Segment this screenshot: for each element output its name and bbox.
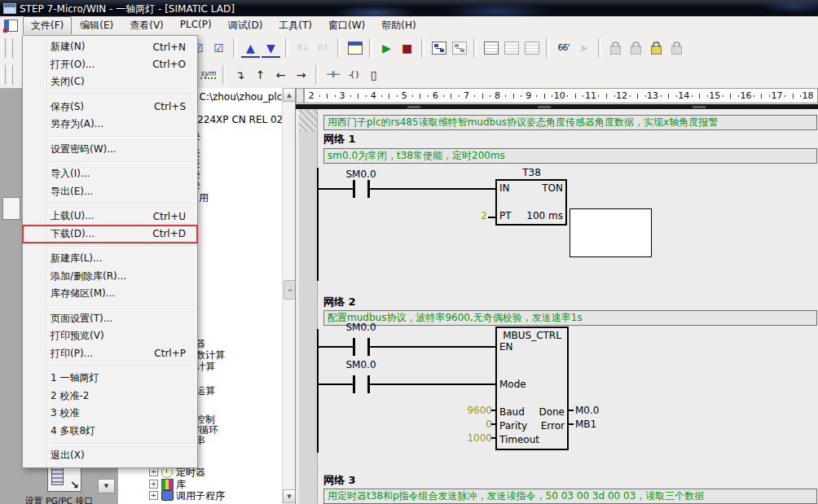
file-menu-item-import[interactable]: 导入(I)...	[23, 165, 197, 183]
timer-operand[interactable]: T38	[513, 167, 550, 178]
parity-value[interactable]: 0	[461, 419, 492, 430]
baud-value[interactable]: 9600	[461, 405, 492, 416]
tree-expand-box[interactable]: +	[149, 480, 158, 489]
timeout-value[interactable]: 1000	[461, 432, 492, 444]
chart-status-icon[interactable]	[482, 38, 500, 58]
lock-gold-icon[interactable]	[647, 38, 666, 58]
toolbar-drag-handle[interactable]	[2, 65, 6, 85]
toolbar-drag-handle[interactable]	[9, 65, 13, 85]
bookmark-glasses-icon[interactable]: 66'	[554, 38, 573, 58]
stop-icon[interactable]: ■	[398, 38, 416, 58]
sort-descending-icon[interactable]: 8↑	[314, 38, 332, 58]
menubar-item-view[interactable]: 查看(V)	[121, 16, 172, 35]
run-icon[interactable]: ▶	[377, 38, 396, 58]
program-status-pause-icon[interactable]	[450, 38, 468, 58]
contact-bar[interactable]	[353, 180, 355, 198]
file-menu-item-export[interactable]: 导出(E)...	[23, 183, 197, 201]
file-menu-item-save-as[interactable]: 另存为(A)...	[23, 116, 197, 134]
network-down-icon[interactable]: ↴	[231, 65, 249, 85]
done-operand[interactable]: M0.0	[575, 405, 608, 416]
contact-operand[interactable]: SM0.0	[345, 359, 377, 370]
wire	[319, 188, 353, 190]
selection-cursor-box[interactable]	[570, 208, 652, 257]
header-bar-mark	[538, 106, 551, 108]
wire	[319, 383, 353, 385]
coil-icon[interactable]: -( )	[344, 65, 363, 85]
file-menu-item-recent-1[interactable]: 1 一轴两灯	[23, 370, 197, 388]
chart-pause-icon[interactable]	[502, 38, 521, 58]
program-comment[interactable]: 用西门子plc的rs485读取维特智mudbus协议姿态角度传感器角度数据，实现…	[323, 115, 817, 130]
file-menu-item-add-remove-lib[interactable]: 添加/删除库(R)...	[23, 268, 197, 286]
pointer-icon[interactable]: ➤	[574, 38, 593, 58]
file-menu-item-page-setup[interactable]: 页面设置(T)...	[23, 310, 197, 328]
network-3-title[interactable]: 网络 3	[323, 473, 356, 488]
contact-operand[interactable]: SM0.0	[345, 322, 377, 333]
toolbar-drag-handle[interactable]	[9, 38, 13, 58]
file-menu-item-download[interactable]: 下载(D)...Ctrl+D	[23, 226, 197, 243]
menubar-item-debug[interactable]: 调试(D)	[220, 16, 271, 35]
menu-item-label: 另存为(A)...	[51, 117, 103, 131]
file-menu-item-close[interactable]: 关闭(C)	[23, 73, 197, 91]
box-timebase-label: 100 ms	[526, 210, 563, 221]
box-icon[interactable]: ▯	[364, 65, 383, 85]
line-right-icon[interactable]: →	[292, 65, 310, 85]
symbol-sym-icon[interactable]: sym	[199, 65, 218, 85]
pt-value[interactable]: 2	[476, 210, 487, 221]
file-menu-item-print[interactable]: 打印(P)...Ctrl+P	[23, 345, 197, 363]
file-menu-item-set-password[interactable]: 设置密码(W)...	[23, 141, 197, 159]
file-menu-item-recent-4[interactable]: 4 多联8灯	[23, 423, 197, 440]
lock-open-icon[interactable]	[627, 38, 645, 58]
menubar-item-window[interactable]: 窗口(W)	[320, 16, 373, 35]
file-menu-item-recent-2[interactable]: 2 校准-2	[23, 388, 197, 405]
contact-icon[interactable]: ⊣⊢	[323, 65, 342, 85]
network-1-comment[interactable]: sm0.0为常闭，t38常使能，定时200ms	[323, 148, 817, 164]
error-operand[interactable]: MB1	[575, 419, 608, 430]
file-menu-item-upload[interactable]: 上载(U)...Ctrl+U	[23, 208, 197, 226]
network-3-comment[interactable]: 用定时器t38和p指令组合发送脉冲，发送读指令，50 03 00 3d 00 0…	[323, 489, 817, 504]
menubar-item-help[interactable]: 帮助(H)	[373, 16, 424, 35]
menu-item-shortcut: Ctrl+D	[152, 228, 186, 239]
tree-scrollbar[interactable]: ▲ ≡ ▼	[282, 88, 296, 504]
sort-ascending-icon[interactable]: 8↓	[293, 38, 312, 58]
tree-item[interactable]: 调用子程序	[176, 489, 225, 503]
lock-partial-icon[interactable]	[667, 38, 686, 58]
file-menu-item-library-memory[interactable]: 库存储区(M)...	[23, 285, 197, 303]
program-status-icon[interactable]	[429, 38, 448, 58]
network-2-comment[interactable]: 配置mudbus协议，波特率9600,无奇偶校验，发送速率1s	[323, 310, 817, 326]
check-all-icon[interactable]: ☑	[209, 38, 228, 58]
file-menu-item-new[interactable]: 新建(N)Ctrl+N	[23, 38, 197, 56]
scroll-down-button[interactable]: ▼	[283, 489, 296, 503]
file-menu-item-new-library[interactable]: 新建库(L)...	[23, 250, 197, 268]
lock-closed-icon[interactable]	[606, 38, 625, 58]
mdi-document-icon[interactable]	[4, 20, 18, 32]
ton-timer-box[interactable]: IN TON PT 100 ms	[495, 179, 567, 226]
menubar-item-edit[interactable]: 编辑(E)	[72, 16, 121, 35]
tree-expand-box[interactable]: +	[149, 467, 158, 476]
menubar-item-plc[interactable]: PLC(P)	[172, 16, 220, 35]
file-menu-item-print-preview[interactable]: 打印预览(V)	[23, 327, 197, 345]
file-menu-item-open[interactable]: 打开(O)...Ctrl+O	[23, 56, 197, 74]
network-up-icon[interactable]: ↑	[251, 65, 270, 85]
file-menu-item-recent-3[interactable]: 3 校准	[23, 405, 197, 423]
contact-operand[interactable]: SM0.0	[345, 169, 377, 180]
file-menu-item-save[interactable]: 保存(S)Ctrl+S	[23, 99, 197, 116]
options-window-icon[interactable]	[345, 38, 364, 58]
chart-read-icon[interactable]	[522, 38, 541, 58]
toolbar-drag-handle[interactable]	[2, 38, 6, 58]
scroll-up-button[interactable]: ▲	[283, 88, 296, 102]
contact-bar[interactable]	[353, 338, 355, 356]
nav-scroll-down-button[interactable]: ▼	[98, 479, 115, 493]
file-menu-item-exit[interactable]: 退出(X)	[23, 447, 197, 465]
move-up-icon[interactable]: ▲	[241, 40, 260, 58]
nav-button[interactable]	[2, 197, 20, 220]
menubar-item-file[interactable]: 文件(F)	[23, 16, 72, 35]
menubar-item-tools[interactable]: 工具(T)	[270, 16, 320, 35]
mbus-ctrl-box[interactable]: MBUS_CTRL EN Mode Baud Parity Timeout Do…	[495, 327, 569, 450]
move-down-icon[interactable]: ▼	[262, 40, 280, 58]
tree-expand-box[interactable]: +	[149, 491, 158, 500]
set-pg-pc-interface-label[interactable]: 设置 PG/PC 接口	[8, 495, 110, 504]
line-left-icon[interactable]: ←	[271, 65, 290, 85]
contact-bar[interactable]	[353, 375, 355, 393]
network-1-title[interactable]: 网络 1	[323, 132, 356, 147]
network-2-title[interactable]: 网络 2	[323, 295, 356, 309]
